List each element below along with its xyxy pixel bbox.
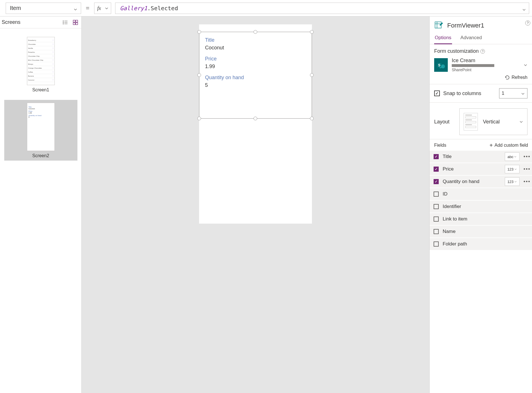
sharepoint-icon: S [434, 58, 448, 72]
svg-point-5 [63, 22, 64, 23]
chevron-down-icon [521, 91, 525, 95]
tab-options[interactable]: Options [434, 33, 452, 44]
more-icon[interactable]: ••• [523, 154, 530, 160]
screen-thumbnail[interactable]: Strawberry›Chocolate›Vanilla›Pistachio›C… [4, 34, 77, 95]
field-row[interactable]: Link to item [430, 213, 532, 225]
field-value: 1.99 [205, 64, 306, 70]
phone-frame: TitleCoconutPrice1.99Quantity on hand5 [199, 24, 312, 224]
fx-button[interactable]: fx [94, 3, 111, 14]
resize-handle[interactable] [254, 117, 257, 120]
field-checkbox[interactable] [434, 217, 439, 222]
form-icon [434, 20, 443, 30]
form-customization-label: Form customization [434, 48, 479, 54]
field-name-label: Price [443, 166, 501, 172]
field-checkbox[interactable] [434, 167, 439, 172]
tab-advanced[interactable]: Advanced [460, 33, 483, 44]
field-name-label: Link to item [443, 216, 530, 222]
add-custom-field-button[interactable]: + Add custom field [489, 143, 528, 148]
refresh-button[interactable]: Refresh [434, 75, 527, 80]
svg-rect-9 [73, 23, 75, 25]
layout-value: Vertical [483, 119, 514, 125]
field-value: Coconut [205, 45, 306, 51]
svg-text:S: S [438, 63, 440, 67]
field-type-select[interactable]: abc [505, 152, 520, 161]
property-dropdown[interactable]: Item [6, 3, 81, 14]
columns-select[interactable]: 1 [499, 88, 527, 98]
field-name-label: Folder path [443, 241, 530, 247]
resize-handle[interactable] [197, 30, 201, 34]
fields-label: Fields [434, 143, 446, 148]
datasource-name: Ice Cream [452, 58, 520, 64]
snap-label: Snap to columns [443, 91, 481, 96]
resize-handle[interactable] [197, 117, 201, 120]
field-checkbox[interactable] [434, 154, 439, 159]
help-icon[interactable]: ? [525, 20, 530, 26]
formviewer-selection[interactable]: TitleCoconutPrice1.99Quantity on hand5 [199, 32, 312, 119]
snap-checkbox[interactable] [434, 91, 440, 96]
screen-name: Screen1 [4, 87, 77, 93]
layout-select[interactable]: Vertical [459, 108, 527, 135]
field-type-select[interactable]: 123 [505, 177, 520, 186]
field-name-label: Title [443, 154, 501, 159]
properties-panel: FormViewer1 ? Options Advanced Form cust… [429, 16, 532, 393]
resize-handle[interactable] [310, 73, 314, 77]
canvas[interactable]: TitleCoconutPrice1.99Quantity on hand5 [82, 16, 429, 393]
svg-point-4 [63, 21, 64, 21]
field-row[interactable]: Titleabc••• [430, 151, 532, 163]
field-row[interactable]: Folder path [430, 238, 532, 250]
field-name-label: Identifier [443, 204, 530, 209]
screen-name: Screen2 [4, 153, 77, 158]
chevron-down-icon [105, 6, 109, 10]
resize-handle[interactable] [197, 73, 201, 77]
equals-sign: = [85, 5, 90, 12]
refresh-label: Refresh [512, 75, 527, 80]
field-row[interactable]: Quantity on hand123••• [430, 176, 532, 188]
field-row[interactable]: ID [430, 188, 532, 200]
field-value: 5 [205, 82, 306, 88]
property-dropdown-value: Item [10, 5, 21, 11]
resize-handle[interactable] [254, 30, 257, 34]
chevron-down-icon [519, 120, 523, 124]
field-name-label: ID [443, 191, 530, 197]
formula-bar: Item = fx Gallery1.Selected [0, 0, 532, 16]
chevron-down-icon [523, 63, 527, 67]
screen-thumbnail[interactable]: TitleCoconutPrice1.99Quantity on hand5Sc… [4, 100, 77, 161]
chevron-down-icon [73, 6, 77, 10]
field-checkbox[interactable] [434, 179, 439, 184]
list-view-icon[interactable] [62, 19, 68, 26]
field-row[interactable]: Name [430, 226, 532, 238]
screens-panel: Screens Straw [0, 16, 82, 393]
datasource-account [452, 64, 494, 67]
svg-text:fx: fx [97, 5, 101, 11]
resize-handle[interactable] [310, 117, 314, 120]
svg-point-6 [63, 24, 64, 24]
info-icon[interactable]: ? [480, 49, 485, 54]
field-type-select[interactable]: 123 [505, 165, 520, 173]
datasource-type: SharePoint [452, 68, 520, 72]
field-label: Quantity on hand [205, 75, 306, 81]
field-checkbox[interactable] [434, 241, 439, 247]
formula-suffix: .Selected [147, 5, 178, 12]
resize-handle[interactable] [310, 30, 314, 34]
columns-value: 1 [502, 91, 504, 96]
more-icon[interactable]: ••• [523, 166, 530, 172]
field-name-label: Name [443, 229, 530, 234]
datasource-selector[interactable]: S Ice Cream SharePoint [434, 58, 527, 72]
field-row[interactable]: Identifier [430, 201, 532, 213]
chevron-down-icon [522, 6, 526, 10]
field-label: Title [205, 37, 306, 43]
plus-icon: + [489, 143, 493, 147]
screens-title: Screens [2, 19, 20, 25]
control-name: FormViewer1 [447, 22, 484, 29]
formula-input[interactable]: Gallery1.Selected [115, 3, 529, 14]
field-checkbox[interactable] [434, 204, 439, 209]
field-checkbox[interactable] [434, 229, 439, 234]
add-custom-label: Add custom field [495, 143, 528, 148]
formula-token: Gallery1 [120, 5, 147, 12]
layout-preview-icon [464, 113, 478, 131]
more-icon[interactable]: ••• [523, 179, 530, 185]
field-checkbox[interactable] [434, 192, 439, 197]
layout-label: Layout [434, 119, 449, 125]
grid-view-icon[interactable] [72, 19, 79, 26]
field-row[interactable]: Price123••• [430, 163, 532, 175]
